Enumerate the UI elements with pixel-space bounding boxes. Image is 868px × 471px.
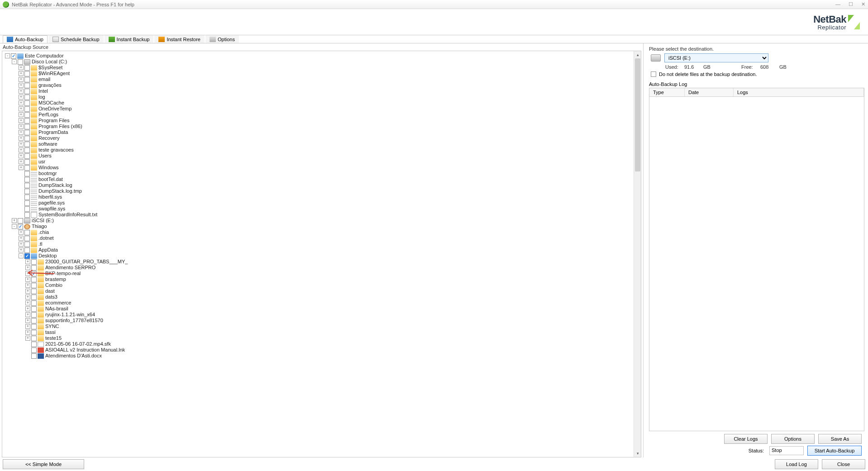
tree-node[interactable]: +usr bbox=[3, 159, 640, 165]
expand-icon[interactable]: + bbox=[19, 230, 24, 235]
col-logs[interactable]: Logs bbox=[734, 88, 864, 96]
collapse-icon[interactable]: - bbox=[12, 59, 17, 64]
tree-checkbox[interactable] bbox=[18, 59, 23, 65]
tree-checkbox[interactable] bbox=[24, 159, 30, 165]
expand-icon[interactable]: + bbox=[19, 130, 24, 135]
tree-checkbox[interactable] bbox=[24, 165, 30, 171]
tab-instant-backup[interactable]: Instant Backup bbox=[105, 35, 154, 43]
tree-node[interactable]: +Program Files (x86) bbox=[3, 124, 640, 129]
tree-node[interactable]: -Disco Local (C:) bbox=[3, 59, 640, 65]
col-type[interactable]: Type bbox=[649, 88, 685, 96]
tree-checkbox[interactable] bbox=[24, 236, 30, 241]
expand-icon[interactable]: + bbox=[12, 218, 17, 223]
load-log-button[interactable]: Load Log bbox=[775, 459, 818, 469]
tree-node[interactable]: +OneDriveTemp bbox=[3, 106, 640, 112]
tree-node[interactable]: +ryujinx-1.1.21-win_x64 bbox=[3, 312, 640, 318]
tree-checkbox[interactable] bbox=[31, 353, 37, 359]
tree-checkbox[interactable] bbox=[24, 147, 30, 153]
destination-select[interactable]: iSCSI (E:) bbox=[664, 53, 768, 62]
expand-icon[interactable]: + bbox=[19, 147, 24, 152]
start-auto-backup-button[interactable]: Start Auto-Backup bbox=[807, 446, 862, 456]
expand-icon[interactable]: + bbox=[25, 295, 30, 300]
tree-node[interactable]: +tassi bbox=[3, 329, 640, 335]
col-date[interactable]: Date bbox=[685, 88, 734, 96]
tree-node[interactable]: DumpStack.log.tmp bbox=[3, 188, 640, 194]
tree-checkbox[interactable] bbox=[18, 218, 23, 224]
tree-checkbox[interactable] bbox=[31, 342, 37, 347]
expand-icon[interactable]: + bbox=[19, 100, 24, 105]
tree-checkbox[interactable] bbox=[31, 306, 37, 312]
tree-node[interactable]: +SYNC bbox=[3, 324, 640, 329]
expand-icon[interactable]: + bbox=[25, 318, 30, 323]
tree-checkbox[interactable] bbox=[24, 71, 30, 76]
close-icon[interactable]: ✕ bbox=[861, 1, 865, 7]
tree-node[interactable]: +.chia bbox=[3, 229, 640, 235]
tab-auto-backup[interactable]: Auto-Backup bbox=[3, 35, 48, 43]
tree-node[interactable]: ASIO4ALL v2 Instruction Manual.lnk bbox=[3, 347, 640, 353]
tab-options[interactable]: Options bbox=[205, 35, 239, 43]
expand-icon[interactable]: + bbox=[19, 124, 24, 129]
expand-icon[interactable]: + bbox=[19, 142, 24, 147]
tree-checkbox[interactable] bbox=[31, 289, 37, 294]
expand-icon[interactable]: + bbox=[19, 136, 24, 141]
close-button[interactable]: Close bbox=[822, 459, 865, 469]
tree-checkbox[interactable] bbox=[24, 95, 30, 100]
expand-icon[interactable]: + bbox=[19, 89, 24, 94]
no-delete-checkbox[interactable] bbox=[651, 71, 656, 77]
clear-logs-button[interactable]: Clear Logs bbox=[724, 434, 768, 444]
tree-checkbox[interactable] bbox=[24, 171, 30, 176]
tree-node[interactable]: +email bbox=[3, 76, 640, 82]
tree-node[interactable]: +teste15 bbox=[3, 335, 640, 341]
tree-node[interactable]: +iSCSI (E:) bbox=[3, 218, 640, 224]
collapse-icon[interactable]: - bbox=[5, 53, 10, 58]
tree-checkbox[interactable] bbox=[24, 112, 30, 118]
tree-checkbox[interactable] bbox=[24, 242, 30, 247]
tree-checkbox[interactable] bbox=[24, 247, 30, 253]
collapse-icon[interactable]: - bbox=[12, 224, 17, 229]
tree-checkbox[interactable] bbox=[24, 177, 30, 182]
tree-node[interactable]: +brastemp bbox=[3, 276, 640, 282]
tree-checkbox[interactable] bbox=[31, 300, 37, 306]
expand-icon[interactable]: + bbox=[19, 71, 24, 76]
tree-checkbox[interactable] bbox=[24, 153, 30, 159]
tree-node[interactable]: +NAs-brasil bbox=[3, 306, 640, 312]
tree-node[interactable]: +teste gravacoes bbox=[3, 147, 640, 153]
tree-node[interactable]: +Recovery bbox=[3, 135, 640, 141]
tree-node[interactable]: +Windows bbox=[3, 165, 640, 171]
tree-node[interactable]: +Combio bbox=[3, 282, 640, 288]
tree-node[interactable]: swapfile.sys bbox=[3, 206, 640, 212]
expand-icon[interactable]: + bbox=[25, 312, 30, 317]
tree-checkbox[interactable] bbox=[18, 224, 23, 229]
tree-checkbox[interactable] bbox=[24, 136, 30, 141]
tree-checkbox[interactable] bbox=[24, 77, 30, 82]
tree-checkbox[interactable] bbox=[24, 212, 30, 218]
tree-checkbox[interactable] bbox=[31, 265, 37, 271]
tree-node[interactable]: -Thiago bbox=[3, 224, 640, 229]
tree-checkbox[interactable] bbox=[24, 253, 30, 259]
tree-node[interactable]: +Intel bbox=[3, 88, 640, 94]
tree-checkbox[interactable] bbox=[31, 277, 37, 282]
tree-node[interactable]: +BKP-tempo-real bbox=[3, 271, 640, 276]
tree-checkbox[interactable] bbox=[24, 106, 30, 112]
scrollbar[interactable]: ▴ ▾ bbox=[634, 51, 641, 457]
expand-icon[interactable]: + bbox=[19, 95, 24, 100]
tree-node[interactable]: +23000_GUITAR_PRO_TABS___MY_ bbox=[3, 259, 640, 265]
minimize-icon[interactable]: — bbox=[835, 1, 840, 7]
tree-checkbox[interactable] bbox=[24, 89, 30, 94]
tree-checkbox[interactable] bbox=[24, 142, 30, 147]
tab-instant-restore[interactable]: Instant Restore bbox=[154, 35, 205, 43]
tree-checkbox[interactable] bbox=[11, 53, 16, 59]
expand-icon[interactable]: + bbox=[25, 300, 30, 305]
expand-icon[interactable]: + bbox=[19, 106, 24, 111]
tree-checkbox[interactable] bbox=[31, 283, 37, 288]
tree-node[interactable]: +software bbox=[3, 141, 640, 147]
collapse-icon[interactable]: - bbox=[19, 253, 24, 258]
tree-node[interactable]: +Program Files bbox=[3, 118, 640, 124]
expand-icon[interactable]: + bbox=[19, 83, 24, 88]
tree-node[interactable]: Atendimentos D'Asti.docx bbox=[3, 353, 640, 359]
tree-checkbox[interactable] bbox=[24, 118, 30, 124]
expand-icon[interactable]: + bbox=[25, 324, 30, 329]
tree-checkbox[interactable] bbox=[31, 336, 37, 341]
expand-icon[interactable]: + bbox=[19, 112, 24, 117]
tree-node[interactable]: 2021-05-06 16-07-02.mp4.sfk bbox=[3, 341, 640, 347]
